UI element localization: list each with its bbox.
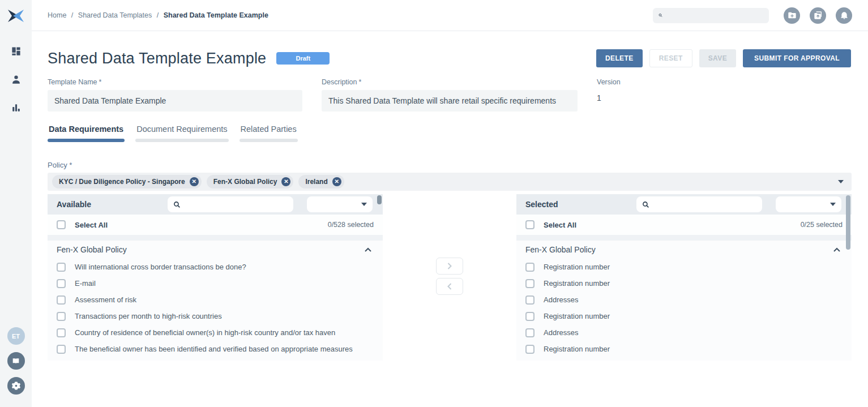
- chevron-down-icon: [361, 203, 367, 206]
- move-right-button[interactable]: [436, 258, 463, 275]
- breadcrumb-section[interactable]: Shared Data Templates: [78, 11, 152, 19]
- item-checkbox[interactable]: [57, 312, 66, 321]
- logo-icon[interactable]: [6, 6, 26, 28]
- save-button[interactable]: SAVE: [699, 49, 736, 67]
- item-checkbox[interactable]: [525, 295, 535, 305]
- breadcrumb: Home / Shared Data Templates / Shared Da…: [48, 11, 268, 19]
- policy-select[interactable]: KYC / Due Diligence Policy - Singapore ✕…: [48, 173, 852, 191]
- top-bar: Home / Shared Data Templates / Shared Da…: [32, 0, 868, 31]
- available-search-input[interactable]: [185, 200, 287, 209]
- available-panel-header: Available: [48, 194, 383, 215]
- breadcrumb-separator: /: [157, 11, 159, 19]
- available-group-header[interactable]: Fen-X Global Policy: [48, 241, 383, 259]
- scrollbar[interactable]: [377, 195, 382, 359]
- global-search-input[interactable]: [667, 11, 763, 20]
- reset-button[interactable]: RESET: [649, 49, 692, 67]
- sidebar-item-dashboard[interactable]: [9, 44, 23, 58]
- version-value: 1: [597, 93, 621, 102]
- list-item[interactable]: Transactions per month to high-risk coun…: [48, 308, 383, 324]
- available-filter-select[interactable]: [307, 196, 373, 212]
- item-checkbox[interactable]: [525, 328, 535, 337]
- folder-upload-button[interactable]: [810, 7, 826, 24]
- list-item[interactable]: Registration number: [516, 259, 852, 275]
- chip-remove-icon[interactable]: ✕: [190, 177, 199, 186]
- select-all-label: Select All: [544, 221, 576, 229]
- item-checkbox[interactable]: [525, 345, 535, 354]
- item-checkbox[interactable]: [57, 295, 66, 305]
- list-item[interactable]: Addresses: [516, 292, 852, 308]
- bar-chart-icon: [11, 102, 22, 113]
- main-content: Shared Data Template Example Draft DELET…: [32, 32, 868, 407]
- scrollbar-thumb[interactable]: [846, 195, 850, 250]
- sidebar: ET: [0, 0, 32, 407]
- delete-button[interactable]: DELETE: [596, 49, 643, 67]
- settings-button[interactable]: [7, 377, 25, 395]
- chevron-down-icon[interactable]: [838, 180, 844, 183]
- list-item[interactable]: Country of residence of beneficial owner…: [48, 324, 383, 341]
- available-select-all-row: Select All 0/528 selected: [48, 215, 383, 235]
- gear-icon: [11, 381, 21, 391]
- version-label: Version: [597, 78, 621, 86]
- page-title: Shared Data Template Example: [48, 50, 266, 67]
- tab-document-requirements[interactable]: Document Requirements: [135, 125, 228, 142]
- available-search: [168, 196, 293, 212]
- folder-plus-icon: [788, 11, 797, 20]
- move-left-button[interactable]: [436, 278, 463, 295]
- sidebar-item-reports[interactable]: [9, 101, 23, 114]
- selected-panel: Selected Select All 0/25 selected: [516, 194, 852, 361]
- select-all-checkbox[interactable]: [57, 220, 66, 229]
- avatar[interactable]: ET: [7, 327, 25, 345]
- avatar-initials: ET: [12, 333, 20, 340]
- breadcrumb-home[interactable]: Home: [48, 11, 66, 19]
- search-icon: [659, 11, 662, 19]
- list-item-partial[interactable]: [48, 357, 383, 361]
- selected-group-header[interactable]: Fen-X Global Policy: [516, 241, 852, 259]
- item-checkbox[interactable]: [57, 328, 66, 337]
- item-checkbox[interactable]: [525, 263, 535, 272]
- notifications-button[interactable]: [836, 7, 852, 24]
- template-name-input[interactable]: [48, 90, 302, 112]
- list-item[interactable]: Registration number: [516, 275, 852, 292]
- breadcrumb-separator: /: [71, 11, 73, 19]
- bell-icon: [840, 11, 849, 20]
- tab-indicator: [135, 139, 228, 142]
- list-item-partial[interactable]: [516, 357, 852, 361]
- list-item[interactable]: Registration number: [516, 341, 852, 357]
- list-item[interactable]: E-mail: [48, 275, 383, 292]
- chip-remove-icon[interactable]: ✕: [332, 177, 341, 186]
- list-item[interactable]: Will international cross border transact…: [48, 259, 383, 275]
- item-checkbox[interactable]: [57, 279, 66, 288]
- item-checkbox[interactable]: [57, 345, 66, 354]
- tab-indicator: [48, 139, 125, 142]
- available-panel: Available Select All 0/528 selected: [48, 194, 383, 361]
- list-item[interactable]: The beneficial owner has been identified…: [48, 341, 383, 357]
- sidebar-item-users[interactable]: [9, 72, 23, 86]
- policy-chip: KYC / Due Diligence Policy - Singapore ✕: [52, 175, 202, 188]
- selected-filter-select[interactable]: [776, 196, 841, 212]
- select-all-label: Select All: [75, 221, 108, 229]
- search-icon: [642, 201, 649, 208]
- item-checkbox[interactable]: [57, 263, 66, 272]
- item-checkbox[interactable]: [525, 279, 535, 288]
- submit-for-approval-button[interactable]: SUBMIT FOR APPROVAL: [743, 49, 851, 67]
- item-checkbox[interactable]: [525, 312, 535, 321]
- create-folder-button[interactable]: [784, 7, 800, 24]
- tab-related-parties[interactable]: Related Parties: [240, 125, 298, 142]
- list-item[interactable]: Assessment of risk: [48, 292, 383, 308]
- chip-remove-icon[interactable]: ✕: [281, 177, 290, 186]
- chevron-up-icon[interactable]: [833, 247, 840, 252]
- select-all-checkbox[interactable]: [525, 220, 535, 229]
- knowledge-base-button[interactable]: [7, 352, 25, 370]
- description-input[interactable]: [322, 90, 578, 112]
- chevron-left-icon: [447, 283, 452, 290]
- search-icon: [173, 201, 181, 208]
- scrollbar[interactable]: [846, 195, 850, 359]
- required-mark: *: [359, 78, 362, 86]
- list-item[interactable]: Registration number: [516, 308, 852, 324]
- chevron-up-icon[interactable]: [365, 247, 371, 252]
- scrollbar-thumb[interactable]: [377, 195, 382, 204]
- selected-search-input[interactable]: [654, 200, 756, 209]
- available-title: Available: [57, 200, 91, 209]
- tab-data-requirements[interactable]: Data Requirements: [48, 125, 125, 142]
- list-item[interactable]: Addresses: [516, 324, 852, 341]
